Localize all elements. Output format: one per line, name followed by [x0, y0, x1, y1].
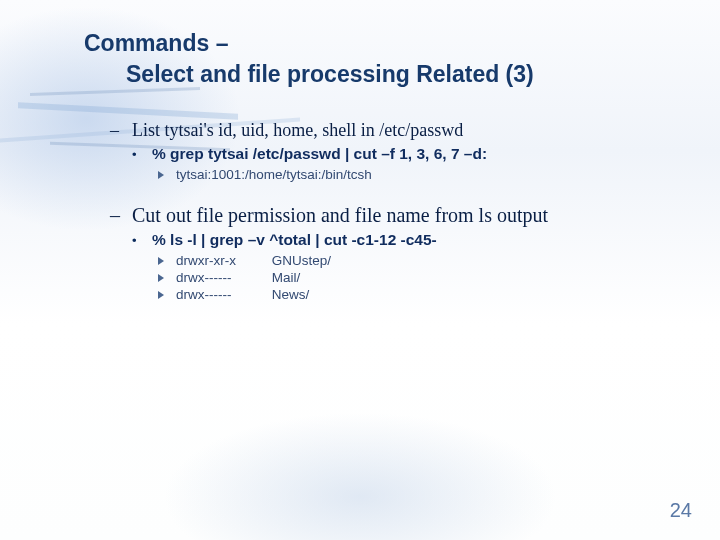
page-number: 24 — [670, 499, 692, 522]
item-heading: Cut out file permission and file name fr… — [132, 204, 548, 226]
item-heading: List tytsai's id, uid, home, shell in /e… — [132, 120, 463, 140]
command-text: % ls -l | grep –v ^total | cut -c1-12 -c… — [152, 231, 437, 248]
perm-col: drwxr-xr-x — [176, 253, 268, 268]
command-line: % ls -l | grep –v ^total | cut -c1-12 -c… — [110, 231, 686, 249]
title-line2: Select and file processing Related (3) — [84, 59, 690, 90]
perm-col: drwx------ — [176, 270, 268, 285]
list-item: Cut out file permission and file name fr… — [110, 204, 686, 227]
output-line: drwxr-xr-x GNUstep/ — [110, 253, 686, 268]
perm-col: drwx------ — [176, 287, 268, 302]
name-col: News/ — [272, 287, 310, 302]
command-text: % grep tytsai /etc/passwd | cut –f 1, 3,… — [152, 145, 487, 162]
name-col: Mail/ — [272, 270, 301, 285]
output-line: drwx------ News/ — [110, 287, 686, 302]
command-line: % grep tytsai /etc/passwd | cut –f 1, 3,… — [110, 145, 686, 163]
output-text: tytsai:1001:/home/tytsai:/bin/tcsh — [176, 167, 372, 182]
bg-stripe — [18, 102, 238, 120]
title-line1: Commands – — [84, 30, 228, 56]
list-item: List tytsai's id, uid, home, shell in /e… — [110, 120, 686, 141]
slide-body: List tytsai's id, uid, home, shell in /e… — [110, 120, 686, 304]
output-line: drwx------ Mail/ — [110, 270, 686, 285]
name-col: GNUstep/ — [272, 253, 331, 268]
output-line: tytsai:1001:/home/tytsai:/bin/tcsh — [110, 167, 686, 182]
slide-title: Commands – Select and file processing Re… — [84, 28, 690, 90]
